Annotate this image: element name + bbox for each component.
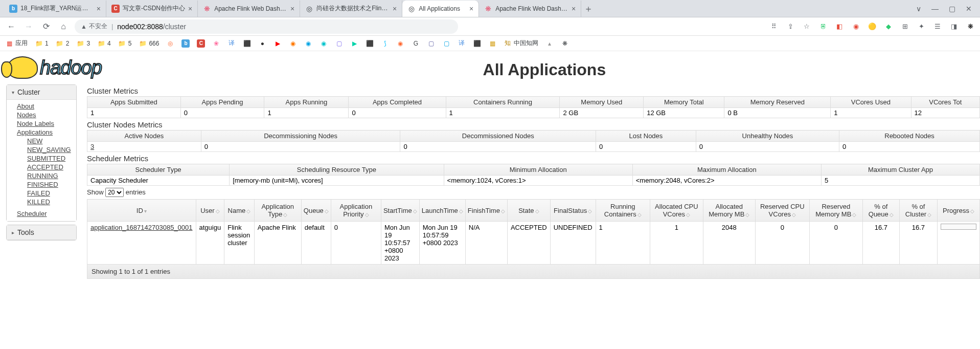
sidebar-link-running[interactable]: RUNNING — [7, 171, 76, 180]
tab-close-icon[interactable]: × — [469, 5, 473, 13]
sidebar-link-submitted[interactable]: SUBMITTED — [7, 154, 76, 163]
column-header-sortable[interactable]: Application Type◇ — [254, 200, 301, 222]
apps-button[interactable]: ▦应用 — [5, 39, 28, 48]
bookmark-item[interactable]: ◉ — [289, 39, 297, 48]
sidebar-link-nodes[interactable]: Nodes — [7, 111, 76, 119]
column-header-sortable[interactable]: % of Cluster◇ — [899, 200, 937, 222]
bookmark-folder[interactable]: 📁2 — [56, 39, 70, 48]
back-button[interactable]: ← — [5, 20, 17, 33]
application-id-link[interactable]: application_1687142703085_0001 — [90, 224, 193, 231]
bookmark-item[interactable]: ▦ — [488, 39, 496, 48]
reload-button[interactable]: ⟳ — [40, 20, 52, 33]
translate-icon[interactable]: ⠿ — [769, 22, 779, 31]
star-icon[interactable]: ☆ — [802, 22, 811, 31]
ext-icon-2[interactable]: ◉ — [851, 22, 860, 31]
close-icon[interactable]: ✕ — [966, 5, 972, 13]
bookmark-item[interactable]: ⬛ — [243, 39, 251, 48]
sidebar-tools-header[interactable]: ▸Tools — [7, 225, 76, 240]
ext-icon-5[interactable]: ⊞ — [900, 22, 909, 31]
column-header-sortable[interactable]: Running Containers◇ — [596, 200, 650, 222]
column-header-sortable[interactable]: Allocated CPU VCores◇ — [650, 200, 703, 222]
column-header-sortable[interactable]: % of Queue◇ — [862, 200, 899, 222]
bookmark-item[interactable]: ❀ — [212, 39, 220, 48]
ext-icon-1[interactable]: ◧ — [835, 22, 844, 31]
column-header-sortable[interactable]: LaunchTime◇ — [419, 200, 465, 222]
metric-link[interactable]: 3 — [90, 143, 94, 150]
ext-icon-4[interactable]: ◆ — [884, 22, 893, 31]
column-header-sortable[interactable]: StartTime◇ — [381, 200, 419, 222]
column-header-sortable[interactable]: Application Priority◇ — [331, 200, 381, 222]
browser-tab[interactable]: ◎All Applications× — [402, 1, 479, 17]
bookmark-item[interactable]: ▶ — [350, 39, 358, 48]
column-header-sortable[interactable]: Reserved CPU VCores◇ — [755, 200, 809, 222]
column-header-sortable[interactable]: Progress◇ — [938, 200, 980, 222]
bookmark-item[interactable]: ▢ — [442, 39, 450, 48]
tab-close-icon[interactable]: × — [290, 5, 294, 13]
browser-tab[interactable]: b18_Flink部署_YARN运行模式_会× — [4, 1, 106, 17]
bookmark-item[interactable]: ◉ — [320, 39, 328, 48]
column-header-sortable[interactable]: Reserved Memory MB◇ — [809, 200, 862, 222]
bookmark-folder[interactable]: 📁1 — [35, 39, 49, 48]
browser-tab[interactable]: C写文章-CSDN创作中心× — [106, 1, 198, 17]
bookmark-item[interactable]: ▢ — [427, 39, 435, 48]
bookmark-item[interactable]: ⬛ — [473, 39, 481, 48]
minimize-icon[interactable]: ― — [931, 5, 939, 13]
sidebar-link-killed[interactable]: KILLED — [7, 198, 76, 206]
column-header-sortable[interactable]: Queue◇ — [301, 200, 331, 222]
column-header-sortable[interactable]: Name◇ — [224, 200, 254, 222]
new-tab-button[interactable]: ＋ — [581, 2, 596, 16]
bookmark-item[interactable]: 译 — [458, 39, 466, 48]
chevron-down-icon[interactable]: ∨ — [916, 5, 921, 13]
bookmark-item[interactable]: G — [412, 39, 420, 48]
sidebar-link-finished[interactable]: FINISHED — [7, 180, 76, 189]
browser-tab[interactable]: ❋Apache Flink Web Dashboard× — [479, 1, 581, 17]
share-icon[interactable]: ⇪ — [786, 22, 795, 31]
extensions-icon[interactable]: ✦ — [917, 22, 926, 31]
bookmark-item[interactable]: ● — [258, 39, 266, 48]
shield-icon[interactable]: ⛨ — [818, 22, 828, 31]
maximize-icon[interactable]: ▢ — [949, 5, 955, 13]
bookmark-item[interactable]: ▶ — [274, 39, 282, 48]
bookmark-item[interactable]: ◎ — [166, 39, 174, 48]
column-header-sortable[interactable]: ID▾ — [87, 200, 196, 222]
column-header-sortable[interactable]: FinalStatus◇ — [550, 200, 596, 222]
ext-icon-3[interactable]: 🟡 — [868, 22, 877, 31]
profile-icon[interactable]: ❋ — [966, 22, 975, 31]
browser-tab[interactable]: ❋Apache Flink Web Dashboard× — [198, 1, 300, 17]
bookmark-item[interactable]: ⬛ — [366, 39, 374, 48]
forward-button[interactable]: → — [22, 20, 35, 33]
column-header-sortable[interactable]: User◇ — [196, 200, 224, 222]
browser-tab[interactable]: ◎尚硅谷大数据技术之Flink.pdf× — [300, 1, 402, 17]
sidebar-link-new-saving[interactable]: NEW_SAVING — [7, 145, 76, 154]
home-button[interactable]: ⌂ — [57, 20, 70, 33]
sidebar-link-new[interactable]: NEW — [7, 137, 76, 145]
bookmark-folder[interactable]: 📁3 — [76, 39, 90, 48]
column-header-sortable[interactable]: State◇ — [507, 200, 550, 222]
page-length-select[interactable]: 20 — [105, 188, 124, 197]
bookmark-item[interactable]: ▢ — [335, 39, 343, 48]
bookmark-item[interactable]: C — [197, 39, 205, 48]
tab-close-icon[interactable]: × — [188, 5, 192, 13]
tab-close-icon[interactable]: × — [393, 5, 397, 13]
sidebar-cluster-header[interactable]: ▾Cluster — [7, 85, 76, 100]
sidebar-link-failed[interactable]: FAILED — [7, 189, 76, 198]
column-header-sortable[interactable]: FinishTime◇ — [465, 200, 507, 222]
bookmark-folder[interactable]: 📁4 — [97, 39, 111, 48]
bookmark-item[interactable]: 译 — [227, 39, 236, 48]
bookmark-item[interactable]: ⟆ — [381, 39, 389, 48]
tab-close-icon[interactable]: × — [97, 5, 101, 13]
sidebar-link-applications[interactable]: Applications — [7, 128, 76, 137]
column-header-sortable[interactable]: Allocated Memory MB◇ — [703, 200, 755, 222]
reading-list-icon[interactable]: ☰ — [933, 22, 942, 31]
bookmark-folder[interactable]: 📁5 — [118, 39, 132, 48]
bookmark-folder[interactable]: 📁666 — [139, 39, 159, 48]
bookmark-item[interactable]: ◉ — [396, 39, 404, 48]
bookmark-item[interactable]: b — [181, 39, 190, 48]
tab-close-icon[interactable]: × — [572, 5, 576, 13]
bookmark-item[interactable]: 知中国知网 — [504, 39, 538, 48]
sidebar-link-about[interactable]: About — [7, 102, 76, 111]
side-panel-icon[interactable]: ◨ — [949, 22, 959, 31]
sidebar-link-scheduler[interactable]: Scheduler — [7, 209, 76, 218]
bookmark-item[interactable]: ▴ — [545, 39, 554, 48]
url-input[interactable]: ▲ 不安全 | node002:8088/cluster — [75, 19, 458, 34]
